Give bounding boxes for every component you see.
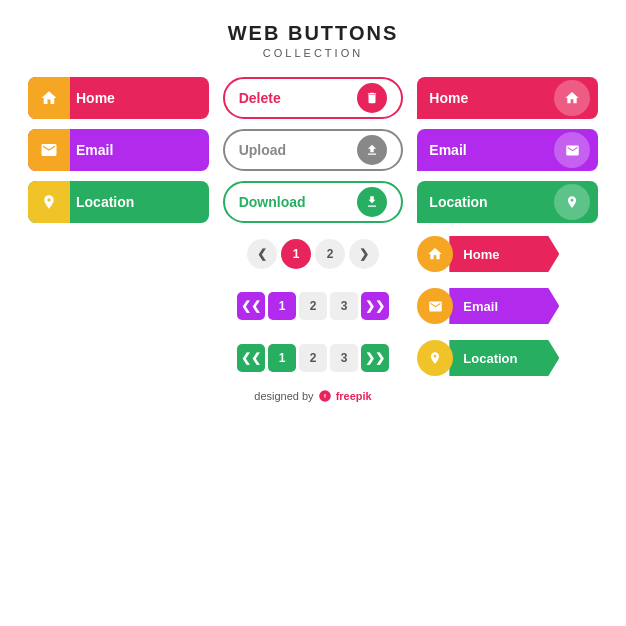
button-grid: Home Delete Home Email Upload Email	[0, 77, 626, 379]
upload-button-mid[interactable]: Upload	[223, 129, 404, 171]
footer-text: designed by	[254, 390, 313, 402]
home-button-right[interactable]: Home	[417, 77, 598, 119]
location-slant-button[interactable]: Location	[28, 337, 209, 379]
home-label: Home	[70, 90, 209, 106]
email-slant-label: Email	[72, 285, 209, 327]
page-sq-1[interactable]: 1	[268, 292, 296, 320]
svg-text:f: f	[324, 393, 326, 399]
page-sq-2[interactable]: 2	[299, 292, 327, 320]
location-slant-label: Location	[72, 337, 209, 379]
download-button-mid[interactable]: Download	[223, 181, 404, 223]
download-icon	[357, 187, 387, 217]
location-button-left[interactable]: Location	[28, 181, 209, 223]
g-page-3[interactable]: 3	[330, 344, 358, 372]
email-tag-icon	[417, 288, 453, 324]
prev-prev-page-button[interactable]: ❮❮	[237, 292, 265, 320]
location-tag-icon	[417, 340, 453, 376]
location-icon	[28, 181, 70, 223]
g-prev-prev-page-button[interactable]: ❮❮	[237, 344, 265, 372]
page-title: WEB BUTTONS	[228, 22, 399, 45]
email-icon	[28, 129, 70, 171]
location-label-r: Location	[417, 194, 554, 210]
home-label-r: Home	[417, 90, 554, 106]
home-button-left[interactable]: Home	[28, 77, 209, 119]
home-slant-label: Home	[72, 233, 209, 275]
pagination-squares-green: ❮❮ 1 2 3 ❯❯	[223, 337, 404, 379]
page-sq-3[interactable]: 3	[330, 292, 358, 320]
pagination-squares-purple: ❮❮ 1 2 3 ❯❯	[223, 285, 404, 327]
email-icon-r	[554, 132, 590, 168]
next-next-page-button[interactable]: ❯❯	[361, 292, 389, 320]
home-slant-button[interactable]: Home	[28, 233, 209, 275]
email-slant-button[interactable]: Email	[28, 285, 209, 327]
email-label-r: Email	[417, 142, 554, 158]
email-tag-label: Email	[449, 288, 559, 324]
email-button-left[interactable]: Email	[28, 129, 209, 171]
pagination-circles: ❮ 1 2 ❯	[223, 233, 404, 275]
location-label: Location	[70, 194, 209, 210]
g-next-next-page-button[interactable]: ❯❯	[361, 344, 389, 372]
home-slant-icon	[28, 233, 72, 275]
location-tag-button[interactable]: Location	[417, 337, 598, 379]
home-icon-r	[554, 80, 590, 116]
freepik-logo-icon: f	[318, 389, 332, 403]
delete-label: Delete	[239, 90, 358, 106]
delete-icon	[357, 83, 387, 113]
page-2-button[interactable]: 2	[315, 239, 345, 269]
delete-button-mid[interactable]: Delete	[223, 77, 404, 119]
download-label: Download	[239, 194, 358, 210]
page-1-button[interactable]: 1	[281, 239, 311, 269]
email-tag-button[interactable]: Email	[417, 285, 598, 327]
location-slant-icon	[28, 337, 72, 379]
home-tag-button[interactable]: Home	[417, 233, 598, 275]
email-slant-icon	[28, 285, 72, 327]
next-page-button[interactable]: ❯	[349, 239, 379, 269]
home-tag-icon	[417, 236, 453, 272]
location-tag-label: Location	[449, 340, 559, 376]
location-button-right[interactable]: Location	[417, 181, 598, 223]
email-button-right[interactable]: Email	[417, 129, 598, 171]
home-icon	[28, 77, 70, 119]
g-page-1[interactable]: 1	[268, 344, 296, 372]
upload-label: Upload	[239, 142, 358, 158]
upload-icon	[357, 135, 387, 165]
footer: designed by f freepik	[254, 389, 371, 403]
prev-page-button[interactable]: ❮	[247, 239, 277, 269]
home-tag-label: Home	[449, 236, 559, 272]
footer-brand: freepik	[336, 390, 372, 402]
location-icon-r	[554, 184, 590, 220]
email-label: Email	[70, 142, 209, 158]
page-subtitle: COLLECTION	[228, 47, 399, 59]
g-page-2[interactable]: 2	[299, 344, 327, 372]
page-header: WEB BUTTONS COLLECTION	[228, 22, 399, 59]
